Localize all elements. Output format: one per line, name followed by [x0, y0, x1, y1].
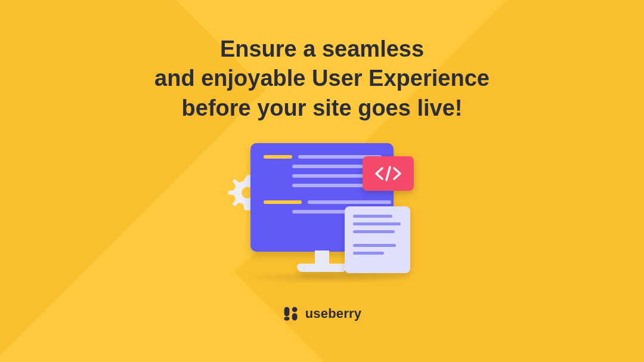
- svg-rect-2: [284, 307, 289, 317]
- svg-point-3: [292, 307, 297, 313]
- svg-line-1: [386, 167, 390, 180]
- code-tag-icon: </>: [363, 156, 414, 191]
- code-line: [292, 184, 370, 187]
- document-icon: [345, 206, 410, 273]
- code-line: [264, 200, 302, 204]
- headline: Ensure a seamless and enjoyable User Exp…: [154, 35, 490, 123]
- headline-line-3: before your site goes live!: [182, 95, 463, 120]
- code-line: [308, 200, 391, 204]
- hero-illustration: </>: [227, 140, 417, 295]
- svg-rect-5: [292, 313, 297, 320]
- promo-banner: Ensure a seamless and enjoyable User Exp…: [0, 0, 644, 362]
- code-line: [264, 155, 292, 159]
- doc-line: [353, 230, 395, 233]
- doc-line: [353, 222, 401, 225]
- brand-name: useberry: [305, 306, 362, 321]
- svg-rect-4: [284, 317, 289, 320]
- headline-line-1: Ensure a seamless: [220, 36, 424, 61]
- doc-line: [353, 244, 396, 247]
- doc-line: [353, 215, 392, 218]
- monitor-stand-base: [297, 264, 347, 272]
- headline-line-2: and enjoyable User Experience: [154, 66, 490, 91]
- brand-logo: useberry: [283, 305, 362, 322]
- useberry-logo-icon: [283, 305, 299, 322]
- doc-line: [353, 252, 384, 255]
